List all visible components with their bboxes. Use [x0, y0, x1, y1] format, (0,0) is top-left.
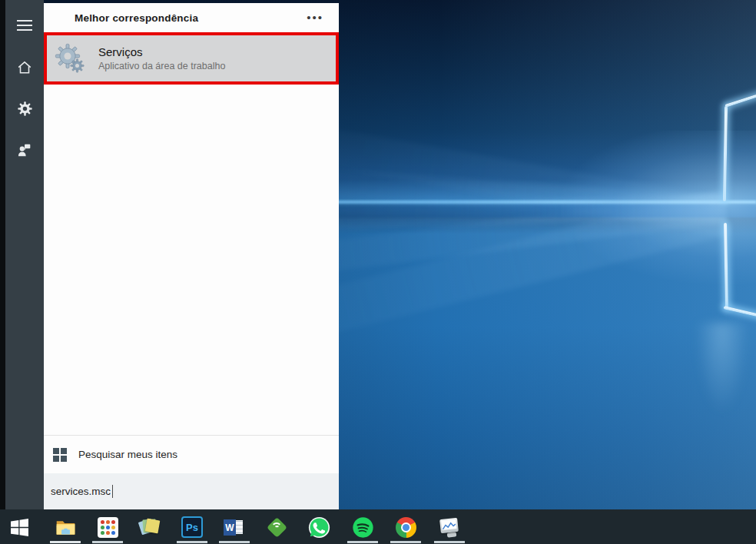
search-my-items-label: Pesquisar meus itens: [78, 449, 177, 460]
feedly-button[interactable]: [265, 516, 288, 539]
gear-icon: [17, 101, 33, 117]
result-title: Serviços: [98, 45, 225, 58]
whatsapp-icon: [308, 516, 330, 539]
feedback-person-icon: [16, 142, 33, 159]
text-caret: [112, 485, 113, 498]
search-my-items-button[interactable]: Pesquisar meus itens: [44, 436, 339, 473]
desktop-screen: Melhor correspondência •••: [0, 0, 756, 544]
feedly-icon: [265, 516, 288, 539]
feedback-button[interactable]: [5, 135, 44, 166]
search-sidebar: [5, 0, 44, 509]
whatsapp-button[interactable]: [307, 516, 330, 539]
task-manager-icon: [438, 516, 461, 539]
search-input[interactable]: services.msc: [44, 473, 339, 509]
screen-edge-strip: [0, 0, 5, 509]
windows-flag-icon: [53, 448, 67, 462]
file-explorer-icon: [55, 516, 77, 539]
search-result-services[interactable]: Serviços Aplicativo da área de trabalho: [44, 32, 339, 85]
task-manager-button[interactable]: [438, 516, 461, 539]
best-match-header: Melhor correspondência •••: [44, 3, 339, 32]
running-indicator: [390, 541, 421, 543]
start-button[interactable]: [8, 516, 31, 539]
more-options-button[interactable]: •••: [307, 14, 323, 22]
spotify-icon: [352, 516, 374, 539]
result-subtitle: Aplicativo da área de trabalho: [98, 61, 225, 71]
best-match-title: Melhor correspondência: [75, 12, 198, 24]
word-button[interactable]: W: [223, 516, 246, 539]
window-reflection: [695, 323, 749, 415]
result-text: Serviços Aplicativo da área de trabalho: [98, 45, 225, 71]
photoshop-button[interactable]: Ps: [181, 516, 204, 539]
running-indicator: [219, 541, 250, 543]
sticky-notes-button[interactable]: [138, 516, 161, 539]
sticky-notes-icon: [138, 516, 161, 538]
running-indicator: [177, 541, 207, 543]
chrome-icon: [396, 517, 416, 538]
chrome-button[interactable]: [394, 516, 417, 539]
running-indicator: [347, 541, 378, 543]
settings-button[interactable]: [5, 93, 44, 124]
word-label: W: [225, 522, 234, 533]
file-explorer-button[interactable]: [54, 516, 77, 539]
app-grid-icon: [98, 517, 118, 538]
hamburger-icon: [17, 20, 32, 31]
word-icon: W: [223, 516, 246, 539]
menu-button[interactable]: [5, 10, 44, 41]
search-results-panel: Melhor correspondência •••: [44, 3, 339, 509]
windows-start-icon: [10, 518, 29, 537]
home-button[interactable]: [5, 52, 44, 83]
photoshop-label: Ps: [186, 522, 198, 533]
spotify-button[interactable]: [351, 516, 374, 539]
photoshop-icon: Ps: [181, 516, 203, 538]
results-empty-area: [44, 85, 339, 435]
home-icon: [16, 59, 33, 76]
running-indicator: [50, 541, 81, 543]
running-indicator: [434, 541, 465, 543]
taskbar: Ps W: [0, 509, 756, 544]
app-grid-button[interactable]: [96, 516, 119, 539]
search-input-value: services.msc: [51, 486, 111, 497]
services-gears-icon: [55, 42, 87, 75]
running-indicator: [92, 541, 123, 543]
